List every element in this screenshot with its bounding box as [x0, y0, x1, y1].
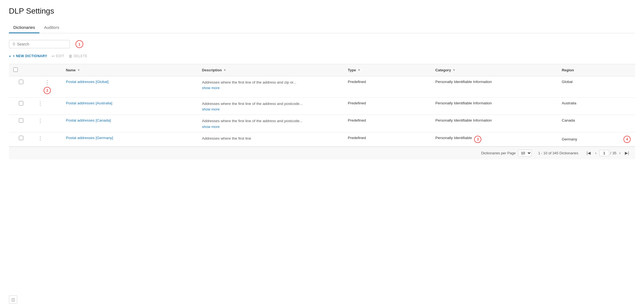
row-3-region-cell: Canada [557, 115, 635, 132]
step-badge-4: 4 [623, 136, 631, 143]
search-box: ⚲ [9, 40, 70, 48]
row-3-desc-cell: Addresses where the first line of the ad… [198, 115, 343, 132]
prev-page-button[interactable]: ‹ [593, 150, 598, 156]
row-4-name-link[interactable]: Postal addresses [Germany] [66, 136, 113, 140]
row-2-dots-cell: ⋮ [33, 98, 62, 115]
col-header-region: Region [557, 64, 635, 76]
first-page-button[interactable]: |◀ [585, 150, 592, 156]
per-page-label: Dictionaries per Page [481, 151, 515, 155]
table-row: ⋮ Postal addresses [Australia] Addresses… [9, 98, 635, 115]
tabs-bar: Dictionaries Auditors [9, 22, 635, 33]
total-pages: 35 [612, 151, 616, 155]
step-badge-1: 1 [76, 40, 83, 48]
search-input[interactable] [17, 42, 66, 46]
row-2-name-link[interactable]: Postal addresses [Australia] [66, 101, 112, 105]
row-2-context-menu[interactable]: ⋮ [38, 101, 57, 106]
next-page-button[interactable]: › [618, 150, 622, 156]
search-icon: ⚲ [12, 42, 15, 46]
step-badge-2: 2 [44, 87, 51, 94]
row-2-check-cell [9, 98, 33, 115]
row-1-context-menu[interactable]: ⋮ [45, 80, 50, 85]
pagination-controls: |◀ ‹ / 35 › ▶| [585, 150, 631, 156]
per-page-controls: Dictionaries per Page 10 25 50 [481, 150, 531, 157]
row-3-name-cell: Postal addresses [Canada] [61, 115, 197, 132]
select-all-checkbox[interactable] [13, 67, 18, 72]
row-3-category-cell: Personally Identifiable Information [431, 115, 557, 132]
row-1-checkbox[interactable] [19, 80, 23, 84]
row-2-show-more[interactable]: show more [202, 107, 339, 111]
row-3-show-more[interactable]: show more [202, 125, 339, 129]
col-header-name: Name ▼ [61, 64, 197, 76]
row-2-type-cell: Predefined [343, 98, 431, 115]
pagination-info: 1 - 10 of 345 Dictionaries [538, 151, 578, 155]
page-separator: / [610, 151, 612, 155]
row-1-dots-cell: ⋮ 2 [33, 76, 62, 98]
tab-dictionaries[interactable]: Dictionaries [9, 22, 39, 33]
desc-sort-icon[interactable]: ▼ [223, 69, 226, 72]
row-4-checkbox[interactable] [19, 136, 23, 140]
action-buttons: + + NEW DICTIONARY ↩ EDIT 🗑 DELETE [9, 54, 635, 58]
table-row: ⋮ Postal addresses [Canada] Addresses wh… [9, 115, 635, 132]
search-toolbar: ⚲ 1 [9, 40, 635, 48]
undo-icon: ↩ [52, 54, 55, 58]
row-4-check-cell [9, 132, 33, 146]
table-row: ⋮ Postal addresses [Germany] Addresses w… [9, 132, 635, 146]
page-title: DLP Settings [9, 7, 635, 16]
row-2-checkbox[interactable] [19, 101, 23, 105]
row-3-dots-cell: ⋮ [33, 115, 62, 132]
row-2-desc-cell: Addresses where the first line of the ad… [198, 98, 343, 115]
row-4-context-menu[interactable]: ⋮ [38, 136, 57, 141]
row-3-context-menu[interactable]: ⋮ [38, 118, 57, 123]
type-sort-icon[interactable]: ▼ [358, 69, 360, 72]
last-page-button[interactable]: ▶| [623, 150, 631, 156]
row-4-region-cell: Germany 4 [557, 132, 635, 146]
step-badge-3: 3 [474, 136, 481, 143]
row-3-type-cell: Predefined [343, 115, 431, 132]
row-4-dots-cell: ⋮ [33, 132, 62, 146]
row-2-category-cell: Personally Identifiable Information [431, 98, 557, 115]
trash-icon: 🗑 [69, 54, 72, 58]
row-4-name-cell: Postal addresses [Germany] [61, 132, 197, 146]
row-4-desc-cell: Addresses where the first line [198, 132, 343, 146]
delete-button[interactable]: 🗑 DELETE [69, 54, 87, 58]
row-1-region-cell: Global [557, 76, 635, 98]
row-1-desc-cell: Addresses where the first line of the ad… [198, 76, 343, 98]
current-page-input[interactable] [599, 150, 609, 156]
col-header-category: Category ▼ [431, 64, 557, 76]
row-4-type-cell: Predefined [343, 132, 431, 146]
plus-icon: + [9, 54, 11, 58]
category-sort-icon[interactable]: ▼ [453, 69, 456, 72]
row-4-category-cell: Personally Identifiable 3 [431, 132, 557, 146]
page-container: DLP Settings Dictionaries Auditors ⚲ 1 +… [0, 0, 644, 307]
row-1-category-cell: Personally Identifiable Information [431, 76, 557, 98]
per-page-select[interactable]: 10 25 50 [518, 150, 532, 157]
col-header-dots [33, 64, 62, 76]
data-table: Name ▼ Description ▼ Type ▼ [9, 64, 635, 147]
col-header-description: Description ▼ [198, 64, 343, 76]
col-header-check [9, 64, 33, 76]
row-2-name-cell: Postal addresses [Australia] [61, 98, 197, 115]
row-3-check-cell [9, 115, 33, 132]
row-1-name-cell: Postal addresses [Global] [61, 76, 197, 98]
sidebar-toggle-icon[interactable]: ◫ [9, 295, 17, 304]
row-3-name-link[interactable]: Postal addresses [Canada] [66, 118, 111, 122]
col-header-type: Type ▼ [343, 64, 431, 76]
row-1-show-more[interactable]: show more [202, 86, 339, 90]
table-row: ⋮ 2 Postal addresses [Global] Addresses … [9, 76, 635, 98]
tab-auditors[interactable]: Auditors [39, 22, 64, 33]
name-sort-icon[interactable]: ▼ [77, 69, 80, 72]
table-footer: ◫ Dictionaries per Page 10 25 50 1 - 10 … [9, 147, 635, 159]
edit-button[interactable]: ↩ EDIT [52, 54, 64, 58]
new-dictionary-button[interactable]: + + NEW DICTIONARY [9, 54, 47, 58]
row-1-check-cell [9, 76, 33, 98]
row-1-name-link[interactable]: Postal addresses [Global] [66, 80, 109, 84]
row-3-checkbox[interactable] [19, 118, 23, 123]
row-2-region-cell: Australia [557, 98, 635, 115]
row-1-type-cell: Predefined [343, 76, 431, 98]
